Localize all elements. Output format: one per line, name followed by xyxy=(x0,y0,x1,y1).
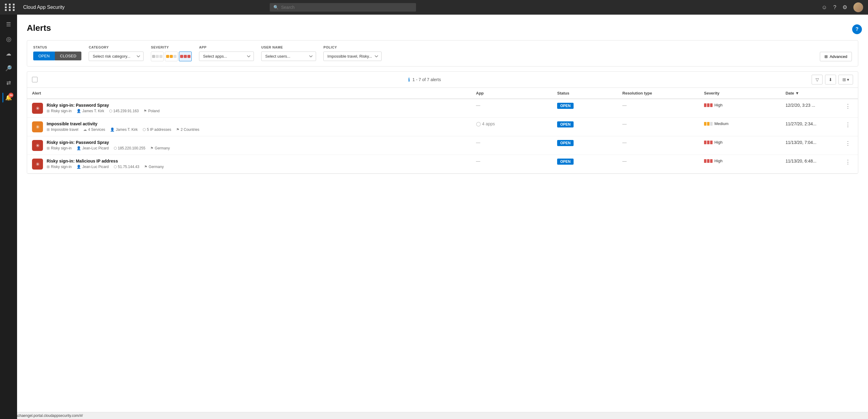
severity-cell: High xyxy=(704,158,776,163)
avatar[interactable] xyxy=(854,2,863,12)
cell-app: — xyxy=(471,99,552,118)
user-select[interactable]: Select users... xyxy=(261,52,316,61)
cell-date: 11/13/20, 6:48... xyxy=(780,155,838,174)
sidebar-item-alerts[interactable]: 🔔 24 xyxy=(2,91,14,104)
more-options-button[interactable]: ⋮ xyxy=(843,158,853,166)
sidebar-item-menu[interactable]: ☰ xyxy=(2,18,14,30)
alert-title[interactable]: Risky sign-in: Password Spray xyxy=(46,103,466,108)
policy-icon: ⊞ xyxy=(46,146,50,150)
table-row[interactable]: ✳ Risky sign-in: Malicious IP address ⊞ … xyxy=(27,155,858,174)
severity-label: High xyxy=(714,140,723,145)
more-options-button[interactable]: ⋮ xyxy=(843,120,853,129)
controls-icon: ⇄ xyxy=(6,80,11,86)
status-badge: OPEN xyxy=(557,103,574,109)
table-row[interactable]: ✳ Risky sign-in: Password Spray ⊞ Risky … xyxy=(27,99,858,118)
alert-icon: ✳ xyxy=(32,103,43,114)
severity-high-button[interactable] xyxy=(179,52,192,61)
settings-icon[interactable]: ⚙ xyxy=(842,4,847,11)
user-icon: 👤 xyxy=(110,127,115,132)
alert-policy: ⊞ Risky sign-in xyxy=(46,109,72,113)
menu-icon: ☰ xyxy=(6,21,11,28)
app-title: Cloud App Security xyxy=(23,5,65,10)
alert-title[interactable]: Risky sign-in: Malicious IP address xyxy=(46,158,466,163)
search-bar[interactable]: 🔍 xyxy=(270,3,416,11)
col-header-date[interactable]: Date ▼ xyxy=(780,88,838,99)
category-select[interactable]: Select risk category... xyxy=(89,52,144,61)
page-title: Alerts xyxy=(27,23,858,33)
help-float-button[interactable]: ? xyxy=(852,24,862,34)
alert-icon: ✳ xyxy=(32,158,43,170)
search-icon: 🔍 xyxy=(273,5,279,10)
alert-meta: ⊞ Impossible travel ☁ 4 Services 👤 James… xyxy=(46,127,466,132)
status-open-button[interactable]: OPEN xyxy=(33,52,55,60)
main-content: Alerts STATUS OPEN CLOSED CATEGORY Selec… xyxy=(17,14,868,419)
alert-content: Impossible travel activity ⊞ Impossible … xyxy=(46,121,466,132)
alert-country: ⚑ Germany xyxy=(144,165,164,169)
alert-ip: ⬡ 5 IP addresses xyxy=(143,127,171,132)
alert-title[interactable]: Risky sign-in: Password Spray xyxy=(46,140,466,145)
select-all-checkbox[interactable] xyxy=(32,77,37,82)
policy-icon: ⊞ xyxy=(46,165,50,169)
cell-app: — xyxy=(471,136,552,155)
sidebar-item-investigate[interactable]: 🔎 xyxy=(2,62,14,74)
resolution-value: — xyxy=(622,103,627,108)
cell-more: ⋮ xyxy=(838,155,858,174)
view-options-button[interactable]: ⊞ ▾ xyxy=(838,75,853,85)
severity-label: High xyxy=(714,103,723,107)
alert-main: ✳ Risky sign-in: Malicious IP address ⊞ … xyxy=(32,158,466,170)
alert-policy: ⊞ Risky sign-in xyxy=(46,165,72,169)
app-filter: APP Select apps... xyxy=(199,46,254,61)
col-header-severity: Severity xyxy=(699,88,780,99)
severity-medium-button[interactable] xyxy=(165,52,178,61)
filter-button[interactable]: ▽ xyxy=(812,75,823,85)
statusbar: https://schaengel.portal.cloudappsecurit… xyxy=(0,412,868,419)
more-options-button[interactable]: ⋮ xyxy=(843,102,853,110)
flag-icon: ⚑ xyxy=(150,146,154,150)
alert-cloud: ☁ 4 Services xyxy=(83,127,105,132)
severity-cell: High xyxy=(704,103,776,107)
status-badge: OPEN xyxy=(557,158,574,165)
alert-country: ⚑ 2 Countries xyxy=(176,127,199,132)
severity-cell: High xyxy=(704,140,776,145)
app-select[interactable]: Select apps... xyxy=(199,52,254,61)
sidebar-item-controls[interactable]: ⇄ xyxy=(2,77,14,89)
feedback-icon[interactable]: ☺ xyxy=(822,4,827,11)
columns-icon: ⊞ ▾ xyxy=(842,77,849,82)
col-header-status: Status xyxy=(552,88,618,99)
resolution-value: — xyxy=(622,158,627,163)
category-filter: CATEGORY Select risk category... xyxy=(89,46,144,61)
search-input[interactable] xyxy=(281,5,412,10)
flag-icon: ⚑ xyxy=(144,109,147,113)
download-button[interactable]: ⬇ xyxy=(825,75,836,85)
cell-more: ⋮ xyxy=(838,118,858,136)
cell-resolution: — xyxy=(618,118,699,136)
username-filter: USER NAME Select users... xyxy=(261,46,316,61)
alert-policy: ⊞ Impossible travel xyxy=(46,127,78,132)
ip-icon: ⬡ xyxy=(143,127,146,132)
sidebar-item-dashboard[interactable]: ◎ xyxy=(2,33,14,45)
cell-alert: ✳ Risky sign-in: Password Spray ⊞ Risky … xyxy=(27,99,471,118)
col-header-resolution: Resolution type xyxy=(618,88,699,99)
table-row[interactable]: ✳ Impossible travel activity ⊞ Impossibl… xyxy=(27,118,858,136)
policy-select[interactable]: Impossible travel, Risky... xyxy=(323,52,381,61)
alert-title[interactable]: Impossible travel activity xyxy=(46,121,466,126)
severity-low-button[interactable] xyxy=(151,52,164,61)
sidebar-item-cloud[interactable]: ☁ xyxy=(2,48,14,60)
table-row[interactable]: ✳ Risky sign-in: Password Spray ⊞ Risky … xyxy=(27,136,858,155)
cell-severity: High xyxy=(699,155,780,174)
alert-content: Risky sign-in: Malicious IP address ⊞ Ri… xyxy=(46,158,466,169)
cell-status: OPEN xyxy=(552,155,618,174)
severity-bars xyxy=(704,141,713,144)
help-icon[interactable]: ? xyxy=(833,4,836,11)
alert-content: Risky sign-in: Password Spray ⊞ Risky si… xyxy=(46,103,466,113)
alert-country: ⚑ Germany xyxy=(150,146,170,150)
more-options-button[interactable]: ⋮ xyxy=(843,139,853,148)
advanced-button[interactable]: ⊞ Advanced xyxy=(820,52,852,61)
status-closed-button[interactable]: CLOSED xyxy=(55,52,82,60)
policy-icon: ⊞ xyxy=(46,127,50,132)
cloud-icon: ☁ xyxy=(6,50,11,57)
apps-grid-icon[interactable] xyxy=(5,4,16,11)
alert-content: Risky sign-in: Password Spray ⊞ Risky si… xyxy=(46,140,466,150)
severity-bars xyxy=(704,159,713,163)
status-buttons: OPEN CLOSED xyxy=(33,52,82,60)
